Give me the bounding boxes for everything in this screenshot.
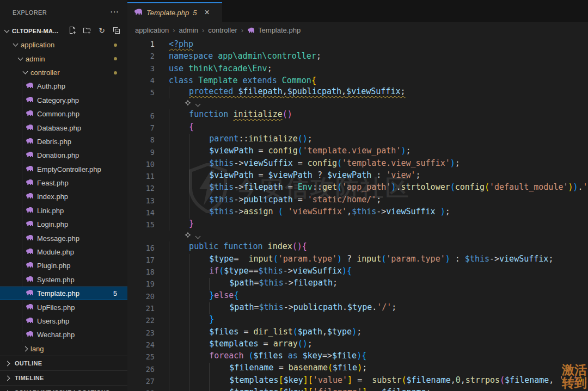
tree-item-emptycontroller-php[interactable]: EmptyController.php	[0, 163, 127, 176]
tree-item-link-php[interactable]: Link.php	[0, 204, 127, 218]
code-line[interactable]: 24$templates = array();	[127, 339, 588, 351]
code-line[interactable]: 2namespace app\admin\controller;	[127, 50, 588, 62]
code-line[interactable]: 7{	[127, 122, 588, 134]
code-line[interactable]: 17$type= input('param.type') ? input('pa…	[127, 254, 588, 266]
line-number[interactable]: 22	[127, 316, 155, 325]
line-number[interactable]: 14	[127, 208, 155, 217]
code-line[interactable]: 21$path=$this->publicpath.$type.'/';	[127, 302, 588, 314]
code-line[interactable]: 4class Template extends Common{	[127, 75, 588, 86]
new-file-icon[interactable]	[68, 26, 77, 35]
line-number[interactable]: 1	[127, 40, 155, 48]
line-number[interactable]: 25	[127, 352, 155, 361]
tree-item-users-php[interactable]: Users.php	[0, 314, 127, 328]
line-number[interactable]: 8	[127, 135, 155, 144]
code-line[interactable]: 16public function index(){	[127, 241, 588, 253]
line-number[interactable]: 9	[127, 148, 155, 157]
tree-item-plugin-php[interactable]: Plugin.php	[0, 259, 127, 272]
code-line[interactable]: 10$this->viewSuffix = config('template.v…	[127, 158, 588, 170]
tree-item-category-php[interactable]: Category.php	[0, 94, 127, 107]
collapse-all-icon[interactable]	[112, 26, 121, 35]
code-line[interactable]: 26$filename = basename($file);	[127, 363, 588, 375]
line-number[interactable]: 27	[127, 377, 155, 386]
line-number[interactable]: 10	[127, 160, 155, 169]
tree-item-wechat-php[interactable]: Wechat.php	[0, 328, 127, 342]
tree-item-template-php[interactable]: Template.php5	[0, 287, 127, 300]
line-number[interactable]: 13	[127, 196, 155, 205]
tree-item-upfiles-php[interactable]: UpFiles.php	[0, 300, 127, 314]
tab-template-php[interactable]: Template.php 5 ×	[127, 2, 222, 22]
line-number[interactable]: 2	[127, 52, 155, 60]
tree-item-database-php[interactable]: Database.php	[0, 121, 127, 134]
line-number[interactable]: 6	[127, 111, 155, 120]
tree-item-system-php[interactable]: System.php	[0, 273, 127, 287]
code-line[interactable]: 11$viewPath = $viewPath ? $viewPath : 'v…	[127, 170, 588, 182]
section-timeline[interactable]: TIMELINE	[0, 370, 127, 385]
tree-item-index-php[interactable]: Index.php	[0, 190, 127, 203]
line-number[interactable]: 12	[127, 184, 155, 193]
tree-item-controller[interactable]: controller	[0, 66, 127, 79]
code-line[interactable]: 5protected $filepath,$publicpath,$viewSu…	[127, 86, 588, 98]
code-line[interactable]: 15}	[127, 219, 588, 231]
tree-item-lang[interactable]: lang	[0, 342, 127, 356]
code-line[interactable]: 3use think\facade\Env;	[127, 63, 588, 75]
code-line[interactable]: 1<?php	[127, 38, 588, 50]
line-number[interactable]: 21	[127, 304, 155, 313]
line-number[interactable]: 26	[127, 365, 155, 374]
line-number[interactable]: 4	[127, 76, 155, 85]
tree-item-message-php[interactable]: Message.php	[0, 231, 127, 245]
code-line[interactable]: 12$this->filepath = Env::get('app_path')…	[127, 182, 588, 194]
new-folder-icon[interactable]	[83, 26, 91, 35]
breadcrumb-item-controller[interactable]: controller	[208, 26, 237, 34]
line-number[interactable]: 17	[127, 256, 155, 264]
breadcrumb-item-application[interactable]: application	[135, 26, 169, 34]
refresh-icon[interactable]: ↻	[97, 26, 106, 35]
close-icon[interactable]: ×	[205, 8, 210, 17]
tree-item-auth-php[interactable]: Auth.php	[0, 79, 127, 93]
workspace-root-row[interactable]: CLTOPEN-MA... ↻	[0, 24, 127, 38]
code-line[interactable]: 23$files = dir_list($path,$type);	[127, 327, 588, 339]
tree-item-label: Users.php	[37, 317, 69, 325]
line-number[interactable]: 28	[127, 389, 155, 391]
tree-item-common-php[interactable]: Common.php	[0, 107, 127, 121]
tree-item-module-php[interactable]: Module.php	[0, 245, 127, 259]
tree-item-login-php[interactable]: Login.php	[0, 218, 127, 231]
section-outline[interactable]: OUTLINE	[0, 356, 127, 370]
breadcrumb-item-admin[interactable]: admin	[179, 26, 198, 34]
code-editor[interactable]: 1<?php2namespace app\admin\controller;3u…	[127, 38, 588, 391]
line-number[interactable]: 5	[127, 88, 155, 97]
tree-item-admin[interactable]: admin	[0, 52, 127, 65]
line-number[interactable]: 15	[127, 220, 155, 229]
line-number[interactable]: 20	[127, 292, 155, 301]
tree-item-feast-php[interactable]: Feast.php	[0, 176, 127, 190]
more-actions-icon[interactable]: ⋯	[110, 7, 119, 17]
code-line[interactable]: 20}else{	[127, 290, 588, 302]
tree-item-label: EmptyController.php	[37, 165, 101, 173]
code-line[interactable]: 27$templates[$key]['value'] = substr($fi…	[127, 375, 588, 387]
tree-item-donation-php[interactable]: Donation.php	[0, 148, 127, 162]
code-line[interactable]: 8parent::initialize();	[127, 134, 588, 146]
code-line[interactable]: 19$path=$this->filepath;	[127, 278, 588, 290]
line-number[interactable]: 19	[127, 280, 155, 288]
tree-item-debris-php[interactable]: Debris.php	[0, 135, 127, 148]
sonarlint-quickfix-widget[interactable]	[127, 98, 588, 109]
code-line[interactable]: 22}	[127, 314, 588, 326]
line-number[interactable]: 11	[127, 172, 155, 181]
line-number[interactable]: 16	[127, 244, 155, 252]
section-sonarlint-issue-locations[interactable]: SONARLINT ISSUE LOCATIONS	[0, 385, 127, 391]
code-line[interactable]: 28$templates[$key]['filename'] = $filena…	[127, 387, 588, 391]
code-line[interactable]: 14$this->assign ( 'viewSuffix',$this->vi…	[127, 207, 588, 219]
code-line[interactable]: 6function initialize()	[127, 109, 588, 121]
line-number[interactable]: 24	[127, 340, 155, 349]
line-number[interactable]: 3	[127, 64, 155, 73]
code-line[interactable]: 13$this->publicpath = 'static/home/';	[127, 195, 588, 207]
sonarlint-quickfix-widget[interactable]	[127, 231, 588, 241]
line-number[interactable]: 18	[127, 268, 155, 276]
indent-guide	[169, 254, 189, 266]
line-number[interactable]: 7	[127, 123, 155, 132]
tree-item-application[interactable]: application	[0, 38, 127, 52]
code-line[interactable]: 25foreach ($files as $key=>$file){	[127, 351, 588, 363]
line-number[interactable]: 23	[127, 328, 155, 337]
breadcrumb-item-template-php[interactable]: Template.php	[258, 26, 301, 34]
code-line[interactable]: 18if($type==$this->viewSuffix){	[127, 266, 588, 278]
code-line[interactable]: 9$viewPath = config('template.view_path'…	[127, 146, 588, 158]
